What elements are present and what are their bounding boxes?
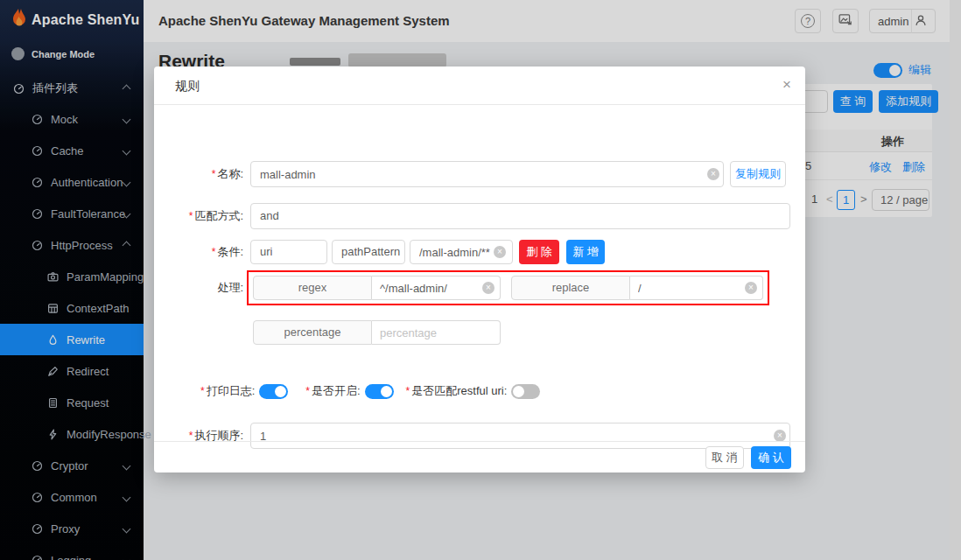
handle-value-regex-input[interactable] bbox=[372, 276, 501, 300]
restful-toggle[interactable] bbox=[511, 384, 540, 399]
print-log-toggle[interactable] bbox=[259, 384, 288, 399]
clear-icon[interactable]: × bbox=[494, 246, 506, 258]
handle-value-replace-input[interactable] bbox=[630, 276, 763, 300]
enabled-label: *是否开启: bbox=[305, 383, 360, 399]
toggles-row: *打印日志: *是否开启: *是否匹配restful uri: bbox=[154, 383, 805, 399]
rule-modal: 规则 × *名称: × 复制规则 *匹配方式: and *条件: uri pat… bbox=[154, 66, 805, 472]
percentage-input[interactable] bbox=[372, 320, 501, 345]
clear-icon[interactable]: × bbox=[482, 282, 495, 294]
match-mode-select[interactable]: and bbox=[250, 203, 790, 229]
add-condition-button[interactable]: 新 增 bbox=[566, 240, 605, 264]
handle-label: 处理: bbox=[154, 270, 243, 305]
handle-value-replace-wrap: × bbox=[630, 276, 763, 300]
app-root: Apache ShenYu Change Mode 插件列表 Mock Cach… bbox=[0, 0, 961, 560]
copy-rule-button[interactable]: 复制规则 bbox=[730, 161, 786, 187]
toggle-knob-icon bbox=[381, 386, 392, 397]
handle-value-regex-wrap: × bbox=[372, 276, 501, 300]
name-input[interactable] bbox=[250, 161, 724, 187]
close-icon[interactable]: × bbox=[782, 76, 791, 94]
condition-operator-select[interactable]: pathPattern bbox=[332, 240, 405, 264]
modal-header: 规则 × bbox=[154, 66, 805, 105]
modal-footer: 取 消 确 认 bbox=[154, 441, 805, 472]
handle-key-regex: regex bbox=[253, 276, 372, 300]
condition-param-select[interactable]: uri bbox=[250, 240, 327, 264]
match-mode-label: *匹配方式: bbox=[154, 203, 243, 229]
modal-title: 规则 bbox=[175, 79, 200, 94]
modal-body: *名称: × 复制规则 *匹配方式: and *条件: uri pathPatt… bbox=[154, 105, 805, 441]
handle-highlight-box: regex × replace × bbox=[247, 270, 769, 305]
print-log-label: *打印日志: bbox=[200, 383, 255, 399]
confirm-button[interactable]: 确 认 bbox=[751, 446, 791, 469]
percentage-row: percentage bbox=[253, 320, 501, 345]
cancel-button[interactable]: 取 消 bbox=[705, 446, 744, 469]
percentage-input-wrap bbox=[372, 320, 501, 345]
handle-key-replace: replace bbox=[511, 276, 630, 300]
handle-key-percentage: percentage bbox=[253, 320, 372, 345]
toggle-knob-icon bbox=[275, 386, 286, 397]
enabled-toggle[interactable] bbox=[365, 384, 394, 399]
delete-condition-button[interactable]: 删 除 bbox=[519, 240, 559, 264]
condition-label: *条件: bbox=[154, 240, 243, 264]
clear-icon[interactable]: × bbox=[745, 282, 757, 294]
toggle-knob-icon bbox=[513, 386, 524, 397]
clear-icon[interactable]: × bbox=[774, 430, 786, 442]
name-label: *名称: bbox=[154, 161, 243, 187]
restful-label: *是否匹配restful uri: bbox=[406, 383, 508, 399]
clear-icon[interactable]: × bbox=[707, 168, 719, 180]
